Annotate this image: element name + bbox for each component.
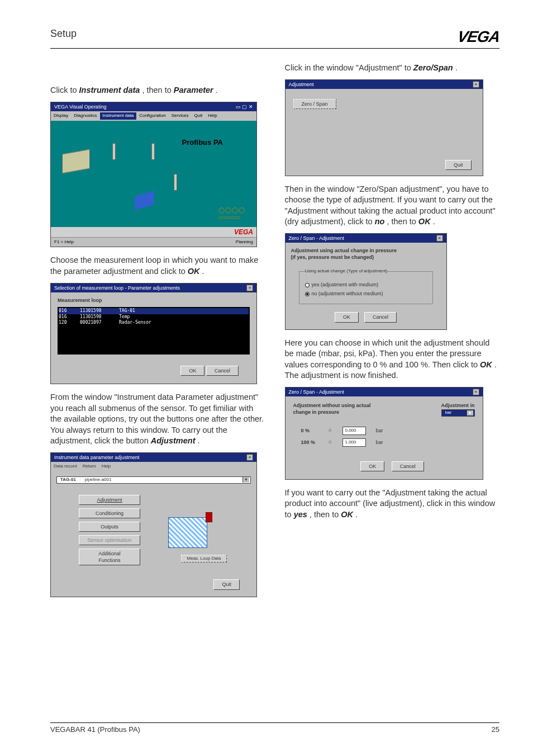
sensor-icon — [112, 143, 116, 162]
right-p1: Click in the window "Adjustment" to Zero… — [285, 63, 500, 74]
dialog-heading: Adjustment using actual change in pressu… — [291, 247, 441, 254]
left-column: Click to Instrument data , then to Param… — [50, 63, 265, 605]
menu-datarecord[interactable]: Data record — [51, 463, 80, 470]
titlebar: Zero / Span - Adjustment × — [285, 388, 483, 396]
sensor-opt-button: Sensor optimisation — [79, 535, 140, 545]
adjustment-button[interactable]: Adjustment — [79, 495, 140, 505]
value-input-0[interactable]: 0,000 — [342, 427, 366, 435]
screenshot-adjustment: Adjustment × Zero / Span Quit — [285, 79, 483, 176]
unit-dropdown[interactable]: bar▼ — [441, 409, 475, 417]
radio-yes[interactable]: yes (adjustment with medium) — [305, 281, 427, 288]
menu-services[interactable]: Services — [169, 112, 192, 120]
equals-icon: ≙ — [328, 439, 332, 446]
menu-configuration[interactable]: Configuration — [136, 112, 169, 120]
menu-instrument-data[interactable]: Instrument data — [100, 112, 137, 120]
menubar: Display Diagnostics Instrument data Conf… — [51, 111, 256, 121]
vega-logo: VEGA — [456, 28, 501, 46]
section-title: Setup — [50, 28, 77, 40]
dialog-menubar: Data record Return Help — [51, 462, 256, 471]
outputs-button[interactable]: Outputs — [79, 522, 140, 532]
left-p3: From the window "Instrument data Paramet… — [50, 392, 265, 447]
close-icon[interactable]: × — [473, 81, 479, 88]
cancel-button[interactable]: Cancel — [364, 312, 397, 322]
cancel-button[interactable]: Cancel — [392, 461, 424, 471]
titlebar: Adjustment × — [285, 80, 483, 89]
screenshot-instrument-data: Instrument data parameter adjustment × D… — [50, 452, 257, 597]
ok-button[interactable]: OK — [335, 312, 359, 322]
menu-help[interactable]: Help — [99, 463, 113, 470]
titlebar: VEGA Visual Operating ▭ ▢ ✕ — [51, 102, 256, 111]
status-help: F1 = Help — [54, 239, 74, 245]
radio-no[interactable]: no (adjustment without medium) — [305, 290, 427, 297]
group-legend: Using actual change (Type of adjustment) — [305, 268, 388, 275]
footer-product: VEGABAR 41 (Profibus PA) — [50, 725, 140, 734]
dialog-title-text: Instrument data parameter adjustment — [54, 454, 140, 461]
left-p1: Click to Instrument data , then to Param… — [50, 85, 265, 96]
menu-diagnostics[interactable]: Diagnostics — [71, 112, 99, 120]
cancel-button[interactable]: Cancel — [206, 366, 239, 376]
canvas-area: Profibus PA ◯◯◯◯▭▭▭▭ — [51, 121, 256, 227]
table-row[interactable]: 01611301598Temp — [59, 314, 249, 320]
row-label: 100 % — [301, 439, 318, 446]
unit-label: bar — [376, 427, 383, 434]
device-icon — [135, 191, 154, 210]
page-header: Setup VEGA — [50, 28, 499, 49]
row-label: 0 % — [301, 427, 318, 434]
quit-button[interactable]: Quit — [213, 579, 240, 589]
chevron-down-icon: ▼ — [467, 410, 473, 415]
sensor-icon — [151, 143, 155, 162]
ok-button[interactable]: OK — [360, 461, 384, 471]
close-icon[interactable]: × — [246, 454, 253, 461]
right-column: Click in the window "Adjustment" to Zero… — [285, 63, 500, 605]
zerospan-button[interactable]: Zero / Span — [293, 99, 336, 109]
menu-quit[interactable]: Quit — [191, 112, 205, 120]
statusbar: F1 = Help Planning — [51, 237, 256, 247]
ok-button[interactable]: OK — [180, 366, 204, 376]
right-p4: If you want to carry out the "Adjustment… — [285, 488, 500, 521]
table-row[interactable]: 01611301598TAG-01 — [59, 308, 249, 314]
indicators-icon: ◯◯◯◯▭▭▭▭ — [218, 206, 245, 221]
status-mode: Planning — [236, 239, 253, 245]
conditioning-button[interactable]: Conditioning — [79, 508, 140, 518]
right-p3: Here you can choose in which unit the ad… — [285, 338, 500, 381]
left-p2: Choose the measurement loop in which you… — [50, 255, 265, 277]
measloop-button[interactable]: Meas. Loop Data — [181, 555, 227, 563]
footer-page-number: 25 — [492, 725, 499, 734]
right-p2: Then in the window "Zero/Span adjustment… — [285, 184, 500, 228]
loop-list[interactable]: 01611301598TAG-01 01611301598Temp 120000… — [58, 307, 250, 355]
tank-icon — [168, 517, 207, 548]
value-input-100[interactable]: 1,000 — [342, 438, 366, 447]
quit-button[interactable]: Quit — [445, 160, 472, 170]
equals-icon: ≙ — [328, 427, 332, 434]
sensor-icon — [174, 174, 177, 192]
screenshot-zerospan-type: Zero / Span - Adjustment × Adjustment us… — [285, 233, 447, 330]
dialog-subheading: (If yes, pressure must be changed) — [291, 254, 441, 261]
tag-dropdown[interactable]: TAG-01 pipeline-a001 ▼ — [56, 476, 251, 484]
window-controls-icon: ▭ ▢ ✕ — [236, 103, 253, 110]
close-icon[interactable]: × — [246, 285, 253, 291]
menu-help[interactable]: Help — [205, 112, 220, 120]
dialog-title-text: Zero / Span - Adjustment — [289, 235, 345, 242]
window-title: VEGA Visual Operating — [54, 103, 106, 110]
menu-return[interactable]: Return — [80, 463, 99, 470]
menu-display[interactable]: Display — [51, 112, 71, 120]
screenshot-zerospan-values: Zero / Span - Adjustment × Adjustment wi… — [285, 387, 483, 480]
dialog-title-text: Adjustment — [289, 81, 314, 88]
computer-icon — [62, 149, 90, 173]
screenshot-selection: Selection of measurement loop - Paramete… — [50, 283, 257, 384]
unit-label: bar — [376, 439, 383, 446]
additional-functions-button[interactable]: Additional Functions — [79, 549, 140, 565]
close-icon[interactable]: × — [436, 235, 443, 242]
table-row[interactable]: 12000021097Radar-Sensor — [59, 320, 249, 326]
vega-brand-bar: VEGA — [51, 227, 256, 237]
close-icon[interactable]: × — [473, 389, 479, 395]
screenshot-main: VEGA Visual Operating ▭ ▢ ✕ Display Diag… — [50, 102, 257, 248]
page-footer: VEGABAR 41 (Profibus PA) 25 — [50, 722, 499, 734]
dialog-title-text: Zero / Span - Adjustment — [289, 389, 345, 395]
profibus-label: Profibus PA — [182, 138, 223, 148]
titlebar: Zero / Span - Adjustment × — [285, 234, 446, 243]
dialog-title-text: Selection of measurement loop - Paramete… — [54, 285, 180, 291]
heading-left: Adjustment without using actual change i… — [293, 402, 377, 417]
heading-right: Adjustment in — [441, 402, 475, 409]
titlebar: Instrument data parameter adjustment × — [51, 453, 256, 462]
